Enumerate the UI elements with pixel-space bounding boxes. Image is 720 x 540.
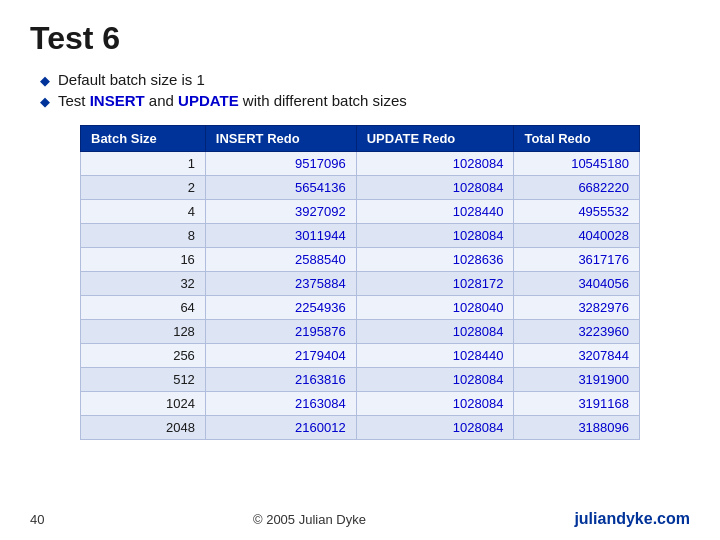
keyword-update: UPDATE	[178, 92, 239, 109]
table-row: 512216381610280843191900	[81, 368, 640, 392]
cell-update-redo: 1028084	[356, 176, 514, 200]
cell-batch: 512	[81, 368, 206, 392]
cell-update-redo: 1028084	[356, 152, 514, 176]
cell-total-redo: 3191900	[514, 368, 640, 392]
cell-batch: 2	[81, 176, 206, 200]
cell-update-redo: 1028084	[356, 224, 514, 248]
header-row: Batch Size INSERT Redo UPDATE Redo Total…	[81, 126, 640, 152]
cell-total-redo: 4955532	[514, 200, 640, 224]
data-table-wrapper: Batch Size INSERT Redo UPDATE Redo Total…	[80, 125, 680, 440]
cell-batch: 64	[81, 296, 206, 320]
table-row: 64225493610280403282976	[81, 296, 640, 320]
cell-batch: 32	[81, 272, 206, 296]
cell-insert-redo: 2163816	[205, 368, 356, 392]
col-update-redo: UPDATE Redo	[356, 126, 514, 152]
bullet-icon-1: ◆	[40, 73, 50, 88]
cell-update-redo: 1028636	[356, 248, 514, 272]
cell-insert-redo: 2163084	[205, 392, 356, 416]
cell-total-redo: 3207844	[514, 344, 640, 368]
cell-batch: 1024	[81, 392, 206, 416]
col-insert-redo: INSERT Redo	[205, 126, 356, 152]
cell-insert-redo: 5654136	[205, 176, 356, 200]
bullet-item-1: ◆ Default batch size is 1	[40, 71, 690, 88]
cell-batch: 1	[81, 152, 206, 176]
cell-insert-redo: 2375884	[205, 272, 356, 296]
cell-insert-redo: 3011944	[205, 224, 356, 248]
table-row: 8301194410280844040028	[81, 224, 640, 248]
cell-batch: 2048	[81, 416, 206, 440]
cell-batch: 8	[81, 224, 206, 248]
cell-total-redo: 3223960	[514, 320, 640, 344]
cell-update-redo: 1028084	[356, 416, 514, 440]
copyright: © 2005 Julian Dyke	[253, 512, 366, 527]
cell-update-redo: 1028084	[356, 392, 514, 416]
bullet-text-2: Test INSERT and UPDATE with different ba…	[58, 92, 407, 109]
cell-total-redo: 3188096	[514, 416, 640, 440]
table-row: 2565413610280846682220	[81, 176, 640, 200]
cell-insert-redo: 3927092	[205, 200, 356, 224]
cell-update-redo: 1028040	[356, 296, 514, 320]
cell-update-redo: 1028440	[356, 344, 514, 368]
cell-batch: 4	[81, 200, 206, 224]
table-row: 4392709210284404955532	[81, 200, 640, 224]
table-body: 1951709610280841054518025654136102808466…	[81, 152, 640, 440]
cell-insert-redo: 2254936	[205, 296, 356, 320]
cell-update-redo: 1028172	[356, 272, 514, 296]
data-table: Batch Size INSERT Redo UPDATE Redo Total…	[80, 125, 640, 440]
page-title: Test 6	[30, 20, 690, 57]
table-row: 256217940410284403207844	[81, 344, 640, 368]
cell-update-redo: 1028084	[356, 368, 514, 392]
cell-total-redo: 4040028	[514, 224, 640, 248]
table-row: 19517096102808410545180	[81, 152, 640, 176]
table-row: 16258854010286363617176	[81, 248, 640, 272]
cell-batch: 16	[81, 248, 206, 272]
table-row: 32237588410281723404056	[81, 272, 640, 296]
cell-insert-redo: 2588540	[205, 248, 356, 272]
cell-total-redo: 3191168	[514, 392, 640, 416]
bullet-list: ◆ Default batch size is 1 ◆ Test INSERT …	[30, 71, 690, 109]
brand: juliandyke.com	[574, 510, 690, 528]
cell-insert-redo: 9517096	[205, 152, 356, 176]
table-header: Batch Size INSERT Redo UPDATE Redo Total…	[81, 126, 640, 152]
cell-total-redo: 3404056	[514, 272, 640, 296]
page: Test 6 ◆ Default batch size is 1 ◆ Test …	[0, 0, 720, 540]
keyword-insert: INSERT	[90, 92, 145, 109]
footer: 40 © 2005 Julian Dyke juliandyke.com	[30, 510, 690, 528]
bullet-icon-2: ◆	[40, 94, 50, 109]
table-row: 2048216001210280843188096	[81, 416, 640, 440]
cell-insert-redo: 2179404	[205, 344, 356, 368]
table-row: 128219587610280843223960	[81, 320, 640, 344]
cell-total-redo: 3282976	[514, 296, 640, 320]
bullet-text-1: Default batch size is 1	[58, 71, 205, 88]
cell-batch: 128	[81, 320, 206, 344]
cell-total-redo: 3617176	[514, 248, 640, 272]
col-total-redo: Total Redo	[514, 126, 640, 152]
cell-insert-redo: 2160012	[205, 416, 356, 440]
cell-update-redo: 1028440	[356, 200, 514, 224]
cell-total-redo: 10545180	[514, 152, 640, 176]
col-batch-size: Batch Size	[81, 126, 206, 152]
page-number: 40	[30, 512, 44, 527]
table-row: 1024216308410280843191168	[81, 392, 640, 416]
cell-batch: 256	[81, 344, 206, 368]
cell-total-redo: 6682220	[514, 176, 640, 200]
cell-update-redo: 1028084	[356, 320, 514, 344]
cell-insert-redo: 2195876	[205, 320, 356, 344]
bullet-item-2: ◆ Test INSERT and UPDATE with different …	[40, 92, 690, 109]
